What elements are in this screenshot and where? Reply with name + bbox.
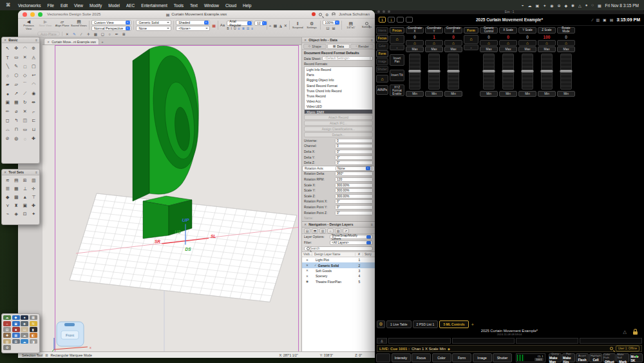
category-button[interactable]: Focus	[376, 35, 388, 42]
tool-icon[interactable]: ⌀	[12, 107, 21, 116]
home-icon[interactable]: ⌂	[518, 40, 536, 46]
status-icon[interactable]: ✦	[543, 3, 546, 8]
view-button[interactable]: ▱ Align Plane	[54, 19, 70, 30]
tool-set-icon[interactable]: ▩	[12, 193, 21, 201]
edit-icon[interactable]: ∕	[592, 18, 592, 22]
tool-icon[interactable]: ▣	[3, 98, 12, 107]
menu-item[interactable]: AEC	[123, 3, 138, 8]
view-button[interactable]: ◀ Previous View	[21, 19, 37, 30]
apple-menu-icon[interactable]: ⌘	[6, 3, 10, 8]
tool-icon[interactable]: ╲	[3, 62, 12, 71]
tool-set-icon[interactable]: ▦	[12, 184, 21, 193]
field-input[interactable]: 0"	[335, 161, 373, 165]
tool-icon[interactable]: ●	[3, 89, 12, 98]
min-button[interactable]: Min	[538, 91, 556, 97]
visibility-icon[interactable]: ✕	[302, 269, 312, 272]
menu-item[interactable]: Entertainment	[138, 3, 170, 8]
status-icon[interactable]: ◉	[550, 3, 553, 8]
category-button[interactable]: Color	[376, 43, 388, 50]
app-shortcut-icon[interactable]: ▦	[12, 333, 20, 338]
min-button[interactable]: Min	[425, 91, 443, 97]
filter-select[interactable]: <All Layers>	[330, 240, 373, 245]
focus-option-button[interactable]: Invert Pan	[390, 54, 404, 66]
align-button[interactable]: ≡	[238, 26, 240, 30]
app-shortcut-icon[interactable]: ◨	[30, 339, 37, 344]
slider-handle[interactable]	[447, 70, 460, 73]
home-icon[interactable]: ⌂	[538, 40, 556, 46]
app-shortcut-icon[interactable]: ◧	[30, 333, 37, 338]
app-shortcut-icon[interactable]: ⊞	[12, 339, 20, 344]
min-button[interactable]: Min	[518, 91, 536, 97]
focus-option-button[interactable]: Invert Tilt	[390, 70, 404, 81]
status-icon[interactable]: ◒	[522, 3, 524, 8]
max-button[interactable]: Max	[538, 46, 556, 52]
category-button[interactable]: Intens	[376, 27, 388, 34]
menu-item[interactable]: File	[44, 3, 57, 8]
document-settings-button[interactable]: Settings	[360, 21, 374, 29]
tool-icon[interactable]: ✚	[30, 134, 39, 143]
visibility-icon[interactable]: ◉	[302, 280, 312, 283]
tool-icon[interactable]: ⟋	[21, 89, 30, 98]
format-button[interactable]: U	[234, 26, 236, 30]
workspace-tab[interactable]: 5 ML Controls	[439, 320, 468, 328]
status-icon[interactable]: ◌	[591, 3, 594, 8]
app-shortcut-icon[interactable]: ▮	[30, 327, 37, 332]
tool-mode-icon[interactable]: ▢	[100, 32, 106, 37]
align-button[interactable]: ≡	[251, 26, 253, 30]
softkey[interactable]: Make Null Mark	[616, 353, 629, 362]
library-icon[interactable]: ▥	[596, 17, 600, 22]
app-shortcut-icon[interactable]: ☁	[21, 333, 28, 338]
object-info-tab[interactable]: ◔ Render	[350, 44, 374, 49]
navigation-header[interactable]: ✕ Navigation - Design Layers ≡	[302, 222, 375, 228]
tool-icon[interactable]: ⊕	[30, 44, 39, 53]
tool-set-icon[interactable]: ⊥	[21, 184, 30, 193]
menu-item[interactable]: View	[71, 3, 86, 8]
close-tab-icon[interactable]: ✕	[47, 40, 50, 44]
tool-icon[interactable]: ⌐	[30, 107, 39, 116]
navigation-tab-icon[interactable]: ▧	[335, 228, 341, 233]
record-action-button[interactable]: Detach...	[304, 132, 373, 137]
tool-icon[interactable]: ⌓	[3, 125, 12, 134]
record-format-item[interactable]: Xform_DMX	[305, 110, 372, 115]
tool-set-icon[interactable]: ✦	[30, 210, 39, 218]
app-shortcut-icon[interactable]: ■	[12, 327, 20, 332]
wheel-name[interactable]: Coordinate Z	[444, 27, 462, 34]
font-dropdown[interactable]: Arial Regular	[227, 21, 253, 26]
monitor-tab[interactable]	[397, 17, 404, 23]
align-button[interactable]: ☰	[247, 26, 249, 30]
display-icon[interactable]: ▣	[603, 17, 607, 22]
wheel-slider[interactable]	[560, 54, 572, 90]
tool-set-icon[interactable]: ◈	[12, 210, 21, 218]
view-button[interactable]: ▤ Saved Views	[71, 19, 87, 30]
menu-item[interactable]: Text	[187, 3, 201, 8]
tool-icon[interactable]: ✏	[3, 107, 12, 116]
app-shortcut-icon[interactable]: ☁	[21, 339, 28, 344]
wheel-name[interactable]: Coordinate Y	[425, 27, 443, 34]
min-button[interactable]: Min	[480, 91, 498, 97]
design-layer-row[interactable]: ◉ Theatre FloorPlan 5	[302, 279, 375, 284]
app-shortcut-icon[interactable]: ⚙	[3, 345, 11, 350]
expand-icon[interactable]: Δ	[377, 338, 387, 344]
record-format-item[interactable]: Truss Record	[305, 93, 372, 99]
collapse-button[interactable]: -	[464, 44, 478, 50]
max-button[interactable]: Max	[406, 46, 424, 52]
settings-button[interactable]: ⚙ Settings	[306, 21, 318, 30]
tool-icon[interactable]: ◫	[21, 116, 30, 125]
navigation-tab-icon[interactable]: ▤	[304, 228, 310, 233]
field-input[interactable]: None	[336, 166, 372, 171]
tool-icon[interactable]: ⇹	[30, 98, 39, 107]
workspace-tab[interactable]: 1 Live Table	[386, 320, 412, 328]
add-tab-button[interactable]: +	[471, 322, 474, 327]
visibility-icon[interactable]: ✕	[302, 275, 312, 278]
gear-icon[interactable]: ⚙	[377, 320, 385, 328]
status-icon[interactable]: ◆	[564, 3, 567, 8]
max-button[interactable]: Max	[480, 46, 498, 52]
search-icon[interactable]	[319, 13, 322, 16]
auto-plane-button[interactable]: Auto-Plane	[37, 32, 60, 36]
close-window-button[interactable]	[23, 12, 27, 17]
allnps-button[interactable]: AllNPs	[376, 85, 388, 95]
field-input[interactable]: 0"	[335, 155, 373, 160]
category-button[interactable]: Form	[376, 50, 388, 57]
field-input[interactable]: 0	[335, 144, 373, 148]
navigation-tab-icon[interactable]: ▥	[319, 228, 326, 233]
